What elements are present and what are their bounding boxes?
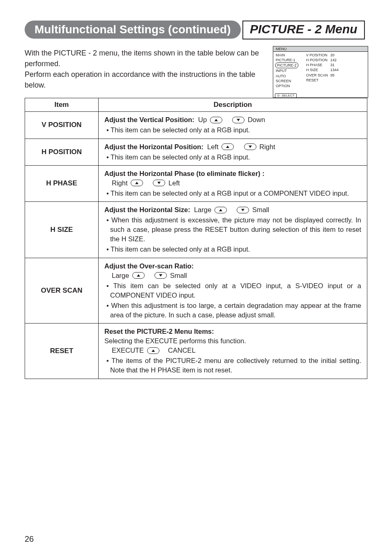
osd-tab: OPTION	[275, 83, 304, 88]
osd-param-label: H PHASE	[306, 62, 330, 67]
osd-tab: MAIN	[275, 53, 304, 58]
table-row-item: H SIZE	[25, 202, 99, 258]
table-row-desc: Adjust the Vertical Position: Up Down• T…	[99, 112, 367, 139]
osd-param-value: 1344	[330, 67, 341, 72]
osd-param-value: 95	[330, 73, 341, 78]
up-arrow-icon	[131, 180, 143, 186]
osd-param-value	[330, 78, 341, 83]
osd-param-label: H SIZE	[306, 67, 330, 72]
table-row-desc: Adjust the Horizontal Size: Large Small•…	[99, 202, 367, 258]
section-title-box: PICTURE - 2 Menu	[242, 21, 365, 39]
intro-text: With the PICTURE - 2 menu, the items sho…	[25, 48, 261, 90]
page-header: Multifunctional Settings (continued)	[25, 21, 241, 39]
col-header-desc: Description	[99, 98, 367, 112]
osd-param-value: 142	[330, 58, 341, 62]
osd-param-label: V POSITION	[306, 53, 330, 58]
osd-menu-title: MENU	[273, 46, 368, 52]
up-arrow-icon	[221, 143, 234, 150]
osd-param-value: 31	[330, 62, 341, 67]
table-row-item: RESET	[25, 324, 99, 379]
section-title: PICTURE - 2 Menu	[250, 22, 357, 36]
osd-param-label: OVER SCAN	[306, 73, 330, 78]
table-row-item: H PHASE	[25, 165, 99, 201]
settings-table: Item Description V POSITIONAdjust the Ve…	[25, 98, 367, 379]
up-arrow-icon	[132, 272, 145, 279]
table-row-desc: Adjust the Horizontal Position: Left Rig…	[99, 139, 367, 165]
table-row-item: H POSITION	[25, 139, 99, 165]
osd-menu-footer: ⊙: SELECT	[275, 93, 297, 98]
down-arrow-icon	[154, 272, 167, 279]
osd-tab: PICTURE-1	[275, 58, 304, 62]
osd-tab: PICTURE-2	[275, 62, 304, 68]
table-row-item: OVER SCAN	[25, 258, 99, 324]
osd-param-label: RESET	[306, 78, 330, 83]
osd-param-value: 20	[330, 53, 341, 58]
table-row-desc: Adjust the Over-scan Ratio:Large Small• …	[99, 258, 367, 324]
down-arrow-icon	[244, 143, 256, 150]
osd-tab: AUTO	[275, 74, 304, 79]
down-arrow-icon	[153, 180, 165, 186]
osd-menu-preview: MENU MAINPICTURE-1PICTURE-2INPUTAUTOSCRE…	[273, 46, 368, 98]
table-row-item: V POSITION	[25, 112, 99, 139]
col-header-item: Item	[25, 98, 99, 112]
intro-line-2: Perform each operation in accordance wit…	[25, 70, 255, 89]
up-arrow-icon	[147, 347, 159, 354]
table-row-desc: Adjust the Horizontal Phase (to eliminat…	[99, 165, 367, 201]
osd-menu-values: V POSITION20H POSITION142H PHASE31H SIZE…	[306, 53, 341, 88]
osd-tab: SCREEN	[275, 79, 304, 83]
up-arrow-icon	[214, 207, 227, 213]
osd-tab: INPUT	[275, 68, 304, 73]
intro-line-1: With the PICTURE - 2 menu, the items sho…	[25, 49, 259, 68]
page-header-text: Multifunctional Settings (continued)	[35, 23, 231, 36]
down-arrow-icon	[237, 207, 249, 213]
page-number: 26	[25, 534, 34, 544]
table-row-desc: Reset the PICTURE-2 Menu Items:Selecting…	[99, 324, 367, 379]
down-arrow-icon	[232, 117, 244, 123]
osd-menu-tabs: MAINPICTURE-1PICTURE-2INPUTAUTOSCREENOPT…	[275, 53, 304, 88]
osd-param-label: H POSITION	[306, 58, 330, 62]
up-arrow-icon	[210, 117, 222, 123]
